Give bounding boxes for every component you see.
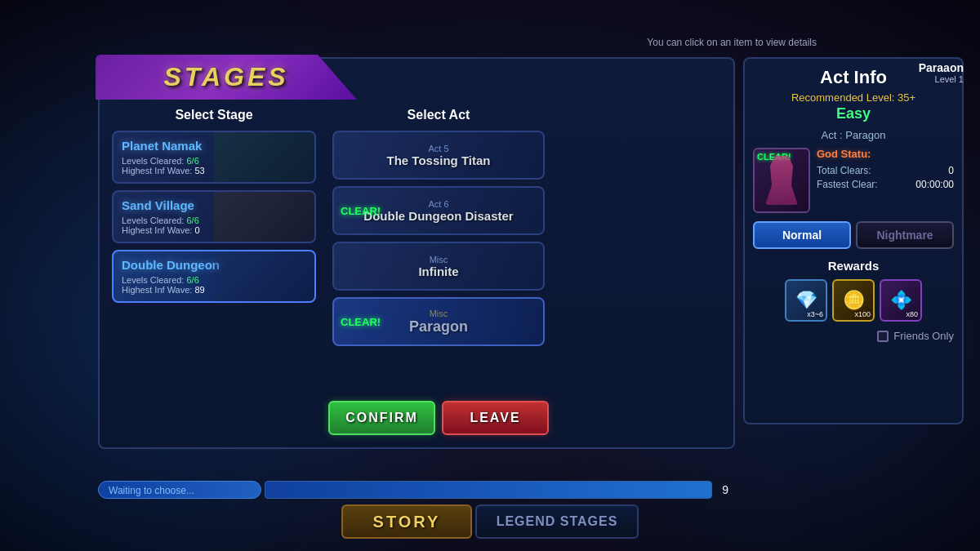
act-card-paragon[interactable]: CLEAR! Misc Paragon xyxy=(332,297,545,346)
reward-item-purple: 💠 x80 xyxy=(880,279,922,322)
stage-card-planet-namak[interactable]: Planet Namak Levels Cleared: 6/6 Highest… xyxy=(112,131,316,184)
select-act-label: Select Act xyxy=(332,108,545,122)
fastest-clear-row: Fastest Clear: 00:00:00 xyxy=(817,179,954,190)
reward-icon-gold: 🪙 xyxy=(843,290,865,311)
reward-count-purple: x80 xyxy=(906,310,918,318)
act-card-act5[interactable]: Act 5 The Tossing Titan xyxy=(332,131,545,180)
player-level: Level 1 xyxy=(919,74,964,84)
reward-item-gold: 🪙 x100 xyxy=(832,279,875,322)
action-buttons: CONFIRM LEAVE xyxy=(328,401,549,435)
tab-legend-label: LEGEND STAGES xyxy=(497,514,618,529)
paragon-clear-badge: CLEAR! xyxy=(341,316,381,328)
act-card-act6[interactable]: CLEAR! Act 6 Double Dungeon Disaster xyxy=(332,186,545,235)
normal-button[interactable]: Normal xyxy=(753,221,851,249)
reward-count-blue: x3~6 xyxy=(807,310,823,318)
difficulty-buttons: Normal Nightmare xyxy=(753,221,954,249)
tab-story[interactable]: STORY xyxy=(341,504,472,539)
fastest-clear-label: Fastest Clear: xyxy=(817,179,878,190)
player-name: Paraaon xyxy=(919,61,964,74)
character-silhouette xyxy=(765,156,798,205)
act-stats: God Statu: Total Clears: 0 Fastest Clear… xyxy=(817,148,954,213)
act6-clear-badge: CLEAR! xyxy=(341,205,381,217)
leave-button[interactable]: LEAVE xyxy=(442,401,549,435)
friends-only-checkbox[interactable] xyxy=(877,331,889,342)
reward-count-gold: x100 xyxy=(854,310,871,318)
reward-icon-purple: 💠 xyxy=(890,290,912,311)
bottom-bar: Waiting to choose... 9 xyxy=(98,478,735,502)
reward-item-blue: 💎 x3~6 xyxy=(785,279,827,322)
act-name-display: Act : Paragon xyxy=(753,129,954,141)
stages-title: STAGES xyxy=(163,62,288,92)
difficulty-label: Easy xyxy=(753,105,954,122)
stages-panel: STAGES Select Stage Planet Namak Levels … xyxy=(98,57,735,449)
confirm-button[interactable]: CONFIRM xyxy=(328,401,435,435)
total-clears-row: Total Clears: 0 xyxy=(817,165,954,176)
act-info-panel: Act Info Recommended Level: 35+ Easy Act… xyxy=(743,57,964,424)
select-stage-column: Select Stage Planet Namak Levels Cleared… xyxy=(108,104,320,313)
reward-icon-blue: 💎 xyxy=(795,290,817,311)
player-info: Paraaon Level 1 xyxy=(919,61,964,84)
progress-bar xyxy=(265,481,712,499)
queue-number: 9 xyxy=(715,483,735,496)
friends-only-label: Friends Only xyxy=(893,330,954,342)
friends-only[interactable]: Friends Only xyxy=(753,330,954,342)
tab-story-label: STORY xyxy=(373,513,441,531)
total-clears-label: Total Clears: xyxy=(817,165,871,176)
god-status: God Statu: xyxy=(817,148,954,160)
rewards-title: Rewards xyxy=(753,259,954,273)
stages-header: STAGES xyxy=(96,55,357,100)
total-clears-val: 0 xyxy=(948,165,954,176)
rewards-row: 💎 x3~6 🪙 x100 💠 x80 xyxy=(753,279,954,322)
bottom-tabs: STORY LEGEND STAGES xyxy=(341,504,639,539)
nightmare-button[interactable]: Nightmare xyxy=(856,221,954,249)
select-act-column: Select Act Act 5 The Tossing Titan CLEAR… xyxy=(328,104,549,357)
select-stage-label: Select Stage xyxy=(112,108,316,122)
recommended-level: Recommended Level: 35+ xyxy=(753,91,954,104)
act-preview: CLEAR! God Statu: Total Clears: 0 Fastes… xyxy=(753,148,954,213)
tab-legend-stages[interactable]: LEGEND STAGES xyxy=(475,504,639,539)
stage-card-double-dungeon[interactable]: Double Dungeon Levels Cleared: 6/6 Highe… xyxy=(112,250,316,303)
stage-card-sand-village[interactable]: Sand Village Levels Cleared: 6/6 Highest… xyxy=(112,190,316,243)
hint-text: You can click on an item to view details xyxy=(647,37,817,48)
act-preview-image: CLEAR! xyxy=(753,148,810,213)
fastest-clear-val: 00:00:00 xyxy=(915,179,954,190)
act-card-infinite[interactable]: Misc Infinite xyxy=(332,242,545,291)
waiting-text: Waiting to choose... xyxy=(98,481,261,499)
